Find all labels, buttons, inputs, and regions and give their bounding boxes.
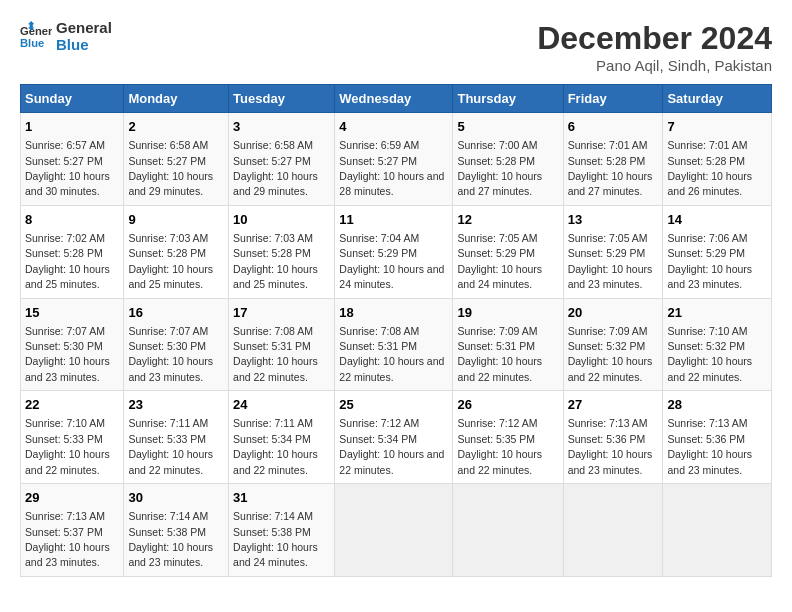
- table-row: 22 Sunrise: 7:10 AMSunset: 5:33 PMDaylig…: [21, 391, 124, 484]
- logo-line2: Blue: [56, 37, 112, 54]
- table-row: 23 Sunrise: 7:11 AMSunset: 5:33 PMDaylig…: [124, 391, 229, 484]
- table-row: 18 Sunrise: 7:08 AMSunset: 5:31 PMDaylig…: [335, 298, 453, 391]
- table-row: 25 Sunrise: 7:12 AMSunset: 5:34 PMDaylig…: [335, 391, 453, 484]
- table-row: [663, 484, 772, 577]
- col-saturday: Saturday: [663, 85, 772, 113]
- table-row: [335, 484, 453, 577]
- table-row: 7 Sunrise: 7:01 AMSunset: 5:28 PMDayligh…: [663, 113, 772, 206]
- table-row: 21 Sunrise: 7:10 AMSunset: 5:32 PMDaylig…: [663, 298, 772, 391]
- calendar-week-2: 8 Sunrise: 7:02 AMSunset: 5:28 PMDayligh…: [21, 205, 772, 298]
- table-row: 15 Sunrise: 7:07 AMSunset: 5:30 PMDaylig…: [21, 298, 124, 391]
- table-row: 27 Sunrise: 7:13 AMSunset: 5:36 PMDaylig…: [563, 391, 663, 484]
- col-monday: Monday: [124, 85, 229, 113]
- table-row: 16 Sunrise: 7:07 AMSunset: 5:30 PMDaylig…: [124, 298, 229, 391]
- col-tuesday: Tuesday: [229, 85, 335, 113]
- svg-text:Blue: Blue: [20, 36, 44, 48]
- calendar-week-4: 22 Sunrise: 7:10 AMSunset: 5:33 PMDaylig…: [21, 391, 772, 484]
- table-row: 4 Sunrise: 6:59 AMSunset: 5:27 PMDayligh…: [335, 113, 453, 206]
- table-row: 26 Sunrise: 7:12 AMSunset: 5:35 PMDaylig…: [453, 391, 563, 484]
- calendar-week-1: 1 Sunrise: 6:57 AMSunset: 5:27 PMDayligh…: [21, 113, 772, 206]
- table-row: 14 Sunrise: 7:06 AMSunset: 5:29 PMDaylig…: [663, 205, 772, 298]
- col-thursday: Thursday: [453, 85, 563, 113]
- table-row: 19 Sunrise: 7:09 AMSunset: 5:31 PMDaylig…: [453, 298, 563, 391]
- svg-text:General: General: [20, 25, 52, 37]
- table-row: 9 Sunrise: 7:03 AMSunset: 5:28 PMDayligh…: [124, 205, 229, 298]
- table-row: 30 Sunrise: 7:14 AMSunset: 5:38 PMDaylig…: [124, 484, 229, 577]
- logo: General Blue General Blue: [20, 20, 112, 53]
- table-row: [563, 484, 663, 577]
- page-header: General Blue General Blue December 2024 …: [20, 20, 772, 74]
- calendar-week-5: 29 Sunrise: 7:13 AMSunset: 5:37 PMDaylig…: [21, 484, 772, 577]
- logo-icon: General Blue: [20, 21, 52, 53]
- subtitle: Pano Aqil, Sindh, Pakistan: [537, 57, 772, 74]
- table-row: 17 Sunrise: 7:08 AMSunset: 5:31 PMDaylig…: [229, 298, 335, 391]
- col-sunday: Sunday: [21, 85, 124, 113]
- table-row: 3 Sunrise: 6:58 AMSunset: 5:27 PMDayligh…: [229, 113, 335, 206]
- col-wednesday: Wednesday: [335, 85, 453, 113]
- table-row: 31 Sunrise: 7:14 AMSunset: 5:38 PMDaylig…: [229, 484, 335, 577]
- calendar-table: Sunday Monday Tuesday Wednesday Thursday…: [20, 84, 772, 577]
- table-row: 24 Sunrise: 7:11 AMSunset: 5:34 PMDaylig…: [229, 391, 335, 484]
- table-row: 2 Sunrise: 6:58 AMSunset: 5:27 PMDayligh…: [124, 113, 229, 206]
- col-friday: Friday: [563, 85, 663, 113]
- table-row: 13 Sunrise: 7:05 AMSunset: 5:29 PMDaylig…: [563, 205, 663, 298]
- table-row: 10 Sunrise: 7:03 AMSunset: 5:28 PMDaylig…: [229, 205, 335, 298]
- table-row: 6 Sunrise: 7:01 AMSunset: 5:28 PMDayligh…: [563, 113, 663, 206]
- table-row: 5 Sunrise: 7:00 AMSunset: 5:28 PMDayligh…: [453, 113, 563, 206]
- logo-line1: General: [56, 20, 112, 37]
- table-row: 8 Sunrise: 7:02 AMSunset: 5:28 PMDayligh…: [21, 205, 124, 298]
- table-row: 11 Sunrise: 7:04 AMSunset: 5:29 PMDaylig…: [335, 205, 453, 298]
- main-title: December 2024: [537, 20, 772, 57]
- calendar-header-row: Sunday Monday Tuesday Wednesday Thursday…: [21, 85, 772, 113]
- table-row: 29 Sunrise: 7:13 AMSunset: 5:37 PMDaylig…: [21, 484, 124, 577]
- table-row: 28 Sunrise: 7:13 AMSunset: 5:36 PMDaylig…: [663, 391, 772, 484]
- calendar-week-3: 15 Sunrise: 7:07 AMSunset: 5:30 PMDaylig…: [21, 298, 772, 391]
- table-row: 12 Sunrise: 7:05 AMSunset: 5:29 PMDaylig…: [453, 205, 563, 298]
- table-row: [453, 484, 563, 577]
- table-row: 1 Sunrise: 6:57 AMSunset: 5:27 PMDayligh…: [21, 113, 124, 206]
- table-row: 20 Sunrise: 7:09 AMSunset: 5:32 PMDaylig…: [563, 298, 663, 391]
- title-area: December 2024 Pano Aqil, Sindh, Pakistan: [537, 20, 772, 74]
